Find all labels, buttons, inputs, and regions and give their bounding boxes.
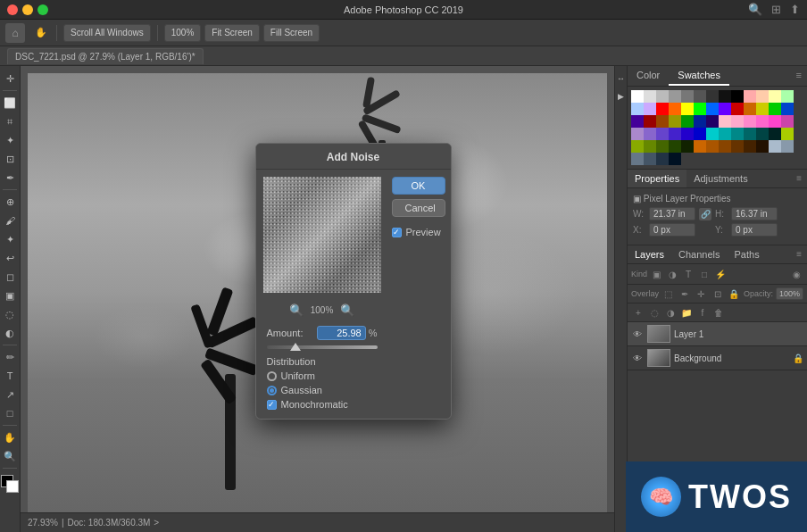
swatch-item[interactable]	[694, 115, 706, 128]
quick-select-tool[interactable]: ✦	[1, 131, 19, 149]
swatch-item[interactable]	[694, 103, 706, 115]
adjustments-tab[interactable]: Adjustments	[686, 170, 755, 187]
color-swatch[interactable]	[1, 475, 19, 493]
channels-tab[interactable]: Channels	[671, 245, 727, 263]
monochromatic-checkbox[interactable]: ✓	[267, 400, 277, 410]
swatch-item[interactable]	[644, 140, 656, 153]
swatch-item[interactable]	[644, 115, 656, 128]
layer-item-background[interactable]: 👁 Background 🔒	[628, 346, 807, 370]
lasso-tool[interactable]: ⌗	[1, 112, 19, 130]
swatch-item[interactable]	[756, 115, 769, 128]
swatch-item[interactable]	[781, 140, 794, 153]
x-value[interactable]: 0 px	[649, 223, 695, 237]
filter-type-icon[interactable]: T	[681, 267, 695, 281]
swatch-item[interactable]	[656, 90, 669, 103]
swatch-item[interactable]	[731, 103, 744, 115]
swatch-item[interactable]	[769, 128, 781, 140]
swatch-item[interactable]	[669, 153, 681, 165]
scroll-all-windows-button[interactable]: Scroll All Windows	[63, 24, 151, 42]
healing-brush-tool[interactable]: ⊕	[1, 193, 19, 211]
filter-shape-icon[interactable]: □	[697, 267, 711, 281]
swatch-item[interactable]	[706, 128, 719, 140]
layer-trash-icon[interactable]: 🗑	[711, 305, 726, 320]
dodge-tool[interactable]: ◐	[1, 324, 19, 342]
add-noise-dialog[interactable]: Add Noise 🔍 100%	[255, 143, 452, 420]
swatch-item[interactable]	[719, 90, 731, 103]
eyedropper-tool[interactable]: ✒	[1, 169, 19, 187]
gaussian-radio[interactable]	[267, 386, 277, 395]
swatch-item[interactable]	[681, 90, 694, 103]
swatch-item[interactable]	[669, 115, 681, 128]
swatch-item[interactable]	[706, 140, 719, 153]
lock-paint-icon[interactable]: ✒	[678, 287, 691, 301]
swatch-item[interactable]	[731, 90, 744, 103]
amount-input[interactable]	[317, 326, 366, 340]
swatches-tab[interactable]: Swatches	[669, 66, 729, 86]
filter-adjust-icon[interactable]: ◑	[665, 267, 679, 281]
color-tab[interactable]: Color	[628, 66, 669, 86]
swatch-item[interactable]	[694, 128, 706, 140]
swatch-item[interactable]	[769, 140, 781, 153]
arrange-icon[interactable]: ⊞	[771, 3, 781, 16]
type-tool[interactable]: T	[1, 367, 19, 385]
hand-tool[interactable]: ✋	[32, 24, 50, 42]
swatch-item[interactable]	[631, 115, 644, 128]
swatch-item[interactable]	[644, 103, 656, 115]
swatch-item[interactable]	[719, 103, 731, 115]
y-value[interactable]: 0 px	[731, 223, 778, 237]
minimize-button[interactable]	[22, 4, 33, 15]
swatch-item[interactable]	[656, 128, 669, 140]
swatch-item[interactable]	[781, 90, 794, 103]
fill-screen-button[interactable]: Fill Screen	[263, 24, 320, 42]
swatch-item[interactable]	[631, 153, 644, 165]
crop-tool[interactable]: ⊡	[1, 150, 19, 168]
add-layer-icon[interactable]: +	[631, 305, 645, 320]
layers-tab[interactable]: Layers	[628, 245, 671, 263]
swatch-item[interactable]	[631, 90, 644, 103]
zoom-out-button[interactable]: 🔍	[289, 303, 304, 317]
swatch-item[interactable]	[731, 115, 744, 128]
swatch-item[interactable]	[656, 103, 669, 115]
gradient-tool[interactable]: ▣	[1, 287, 19, 304]
swatch-item[interactable]	[781, 103, 794, 115]
swatch-item[interactable]	[656, 153, 669, 165]
swatch-item[interactable]	[756, 140, 769, 153]
swatch-item[interactable]	[669, 140, 681, 153]
swatch-item[interactable]	[644, 153, 656, 165]
background-visibility-icon[interactable]: 👁	[631, 352, 644, 364]
background-color[interactable]	[6, 480, 19, 493]
swatch-item[interactable]	[681, 140, 694, 153]
lock-artboard-icon[interactable]: ⊡	[711, 287, 724, 301]
swatch-item[interactable]	[731, 128, 744, 140]
swatch-item[interactable]	[731, 140, 744, 153]
swatch-item[interactable]	[681, 103, 694, 115]
rectangular-marquee-tool[interactable]: ⬜	[1, 94, 19, 112]
path-selection-tool[interactable]: ↗	[1, 386, 19, 403]
uniform-radio[interactable]	[267, 371, 277, 381]
brush-tool[interactable]: 🖌	[1, 212, 19, 229]
swatch-item[interactable]	[744, 140, 756, 153]
layer1-visibility-icon[interactable]: 👁	[631, 328, 644, 340]
document-tab[interactable]: DSC_7221.psd @ 27.9% (Layer 1, RGB/16')*	[7, 48, 204, 64]
move-tool[interactable]: ✛	[1, 70, 19, 87]
close-button[interactable]	[7, 4, 18, 15]
fit-screen-button[interactable]: Fit Screen	[204, 24, 260, 42]
home-button[interactable]: ⌂	[5, 23, 25, 43]
layer-mask-icon[interactable]: ◌	[647, 305, 661, 320]
swatch-item[interactable]	[644, 90, 656, 103]
zoom-tool[interactable]: 🔍	[1, 447, 19, 465]
ok-button[interactable]: OK	[392, 177, 445, 195]
clone-stamp-tool[interactable]: ✦	[1, 230, 19, 248]
swatch-item[interactable]	[706, 115, 719, 128]
lock-move-icon[interactable]: ✛	[695, 287, 708, 301]
swatch-item[interactable]	[744, 115, 756, 128]
swatch-item[interactable]	[631, 103, 644, 115]
swatch-item[interactable]	[681, 115, 694, 128]
zoom-in-button[interactable]: 🔍	[340, 303, 354, 317]
swatch-item[interactable]	[669, 128, 681, 140]
swatch-item[interactable]	[744, 128, 756, 140]
swatch-item[interactable]	[756, 103, 769, 115]
filter-pixel-icon[interactable]: ▣	[649, 267, 663, 281]
swatch-item[interactable]	[719, 128, 731, 140]
swatch-item[interactable]	[644, 128, 656, 140]
